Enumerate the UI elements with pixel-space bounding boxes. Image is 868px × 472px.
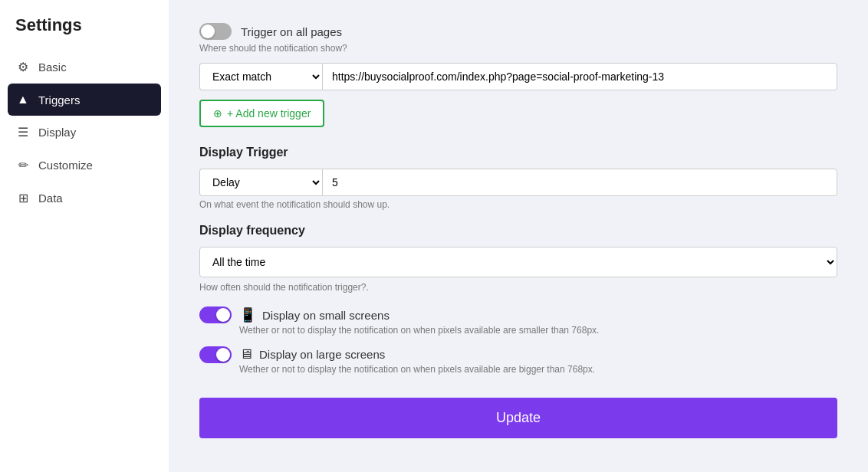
delay-sublabel: On what event the notification should sh…: [199, 199, 837, 210]
sidebar-item-display[interactable]: ☰ Display: [0, 116, 169, 149]
trigger-match-row: Exact match Contains Starts with Ends wi…: [199, 63, 837, 90]
sidebar-item-label-data: Data: [38, 192, 63, 205]
small-screen-toggle[interactable]: [199, 306, 232, 323]
mobile-icon: 📱: [239, 306, 256, 323]
trigger-all-pages-toggle[interactable]: [199, 23, 232, 40]
sidebar-item-label-display: Display: [38, 126, 76, 139]
trigger-all-pages-label: Trigger on all pages: [241, 25, 342, 38]
main-content: Trigger on all pages Where should the no…: [169, 0, 868, 472]
sidebar-item-label-basic: Basic: [38, 61, 67, 74]
small-screen-sublabel: Wether or not to display the notificatio…: [239, 325, 599, 336]
display-trigger-heading: Display Trigger: [199, 146, 837, 159]
frequency-heading: Display frequency: [199, 224, 837, 238]
gear-icon: ⚙: [15, 60, 31, 74]
triggers-icon: ▲: [15, 93, 31, 107]
display-icon: ☰: [15, 125, 31, 139]
delay-value-input[interactable]: [322, 169, 837, 196]
data-icon: ⊞: [15, 191, 31, 205]
customize-icon: ✏: [15, 158, 31, 172]
sidebar-item-label-customize: Customize: [38, 159, 93, 172]
large-screen-sublabel: Wether or not to display the notificatio…: [239, 364, 595, 375]
small-screen-option: 📱 Display on small screens Wether or not…: [199, 306, 837, 336]
large-screen-option: 🖥 Display on large screens Wether or not…: [199, 346, 837, 375]
add-trigger-label: + Add new trigger: [227, 107, 311, 120]
update-button[interactable]: Update: [199, 398, 837, 438]
frequency-sublabel: How often should the notification trigge…: [199, 282, 837, 293]
sidebar-item-label-triggers: Triggers: [38, 93, 80, 107]
plus-circle-icon: ⊕: [213, 107, 222, 120]
small-screen-label: Display on small screens: [262, 309, 390, 322]
frequency-select[interactable]: All the time Once per session Once per d…: [199, 247, 837, 277]
large-screen-toggle[interactable]: [199, 346, 232, 363]
sidebar-item-customize[interactable]: ✏ Customize: [0, 149, 169, 182]
sidebar-item-basic[interactable]: ⚙ Basic: [0, 51, 169, 84]
add-trigger-button[interactable]: ⊕ + Add new trigger: [199, 100, 324, 127]
small-screen-label-row: 📱 Display on small screens: [239, 306, 599, 323]
desktop-icon: 🖥: [239, 346, 253, 362]
trigger-url-input[interactable]: [322, 63, 837, 90]
update-button-label: Update: [496, 410, 541, 425]
trigger-all-pages-sublabel: Where should the notification show?: [199, 43, 837, 54]
sidebar-item-triggers[interactable]: ▲ Triggers: [8, 84, 161, 116]
large-screen-label-row: 🖥 Display on large screens: [239, 346, 595, 362]
sidebar-item-data[interactable]: ⊞ Data: [0, 182, 169, 215]
delay-row: Delay Immediately On scroll On exit inte…: [199, 169, 837, 196]
sidebar: Settings ⚙ Basic ▲ Triggers ☰ Display ✏ …: [0, 0, 169, 472]
page-title: Settings: [0, 15, 169, 51]
match-type-select[interactable]: Exact match Contains Starts with Ends wi…: [199, 63, 322, 90]
delay-type-select[interactable]: Delay Immediately On scroll On exit inte…: [199, 169, 322, 196]
large-screen-label: Display on large screens: [259, 348, 385, 361]
